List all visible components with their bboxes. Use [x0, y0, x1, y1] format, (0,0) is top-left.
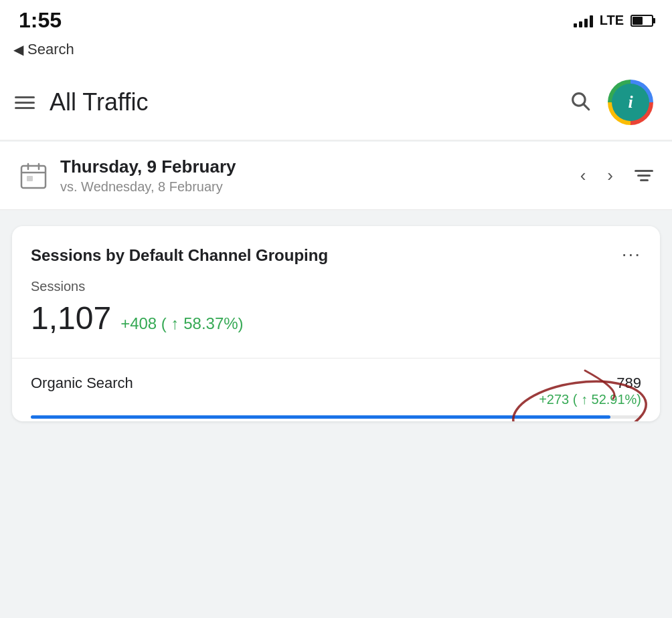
channel-change: +273 ( ↑ 52.91%) — [539, 392, 641, 407]
back-nav[interactable]: ◀ Search — [0, 38, 672, 68]
battery-fill — [633, 17, 643, 25]
filter-button[interactable] — [635, 170, 653, 181]
card-header: Sessions by Default Channel Grouping ··· — [31, 245, 641, 266]
filter-line-2 — [637, 175, 651, 177]
sessions-value: 1,107 — [31, 300, 111, 336]
back-arrow-icon: ◀ — [13, 41, 23, 58]
date-info: Thursday, 9 February vs. Wednesday, 8 Fe… — [60, 157, 578, 195]
date-primary: Thursday, 9 February — [60, 157, 578, 177]
progress-bar — [31, 415, 641, 419]
signal-bar-4 — [590, 15, 593, 27]
progress-bar-fill — [31, 415, 610, 419]
channel-row-organic: Organic Search 789 +273 ( ↑ 52.91%) — [31, 358, 641, 419]
signal-bar-3 — [584, 19, 588, 27]
signal-bar-1 — [574, 23, 577, 27]
search-button[interactable] — [569, 90, 592, 115]
metric-label: Sessions — [31, 279, 641, 294]
lte-label: LTE — [600, 13, 624, 28]
status-right: LTE — [574, 13, 653, 28]
channel-name: Organic Search — [31, 375, 133, 392]
sessions-change: +408 ( ↑ 58.37%) — [120, 314, 243, 333]
signal-bars — [574, 14, 593, 27]
page-title: All Traffic — [50, 88, 569, 116]
channel-top: Organic Search 789 +273 ( ↑ 52.91%) — [31, 375, 641, 407]
date-secondary: vs. Wednesday, 8 February — [60, 179, 578, 195]
hamburger-line-3 — [15, 107, 35, 109]
search-icon — [569, 90, 592, 112]
channel-count: 789 — [539, 375, 641, 392]
date-nav: ‹ › — [578, 163, 653, 189]
filter-line-1 — [635, 170, 653, 172]
battery-icon — [631, 15, 653, 27]
prev-date-button[interactable]: ‹ — [578, 163, 589, 189]
hamburger-line-1 — [15, 96, 35, 98]
info-button[interactable]: i — [608, 80, 653, 125]
channel-values: 789 +273 ( ↑ 52.91%) — [539, 375, 641, 407]
svg-rect-2 — [21, 166, 46, 188]
filter-line-3 — [640, 179, 649, 181]
svg-line-1 — [584, 104, 589, 110]
svg-rect-6 — [27, 176, 33, 181]
card-title: Sessions by Default Channel Grouping — [31, 245, 328, 266]
info-circle: i — [612, 84, 649, 121]
header-actions: i — [569, 80, 653, 125]
status-time: 1:55 — [19, 8, 62, 33]
header: All Traffic i — [0, 68, 672, 140]
info-icon: i — [628, 92, 633, 112]
sessions-card: Sessions by Default Channel Grouping ···… — [12, 226, 660, 421]
status-bar: 1:55 LTE — [0, 0, 672, 38]
date-bar: Thursday, 9 February vs. Wednesday, 8 Fe… — [0, 142, 672, 210]
next-date-button[interactable]: › — [604, 163, 616, 189]
metric-value-row: 1,107 +408 ( ↑ 58.37%) — [31, 300, 641, 336]
back-label: Search — [27, 41, 74, 58]
calendar-icon — [19, 161, 48, 191]
menu-icon[interactable] — [15, 96, 35, 109]
more-options-button[interactable]: ··· — [622, 245, 641, 264]
hamburger-line-2 — [15, 102, 35, 104]
signal-bar-2 — [579, 21, 582, 27]
main-content: Sessions by Default Channel Grouping ···… — [0, 210, 672, 437]
